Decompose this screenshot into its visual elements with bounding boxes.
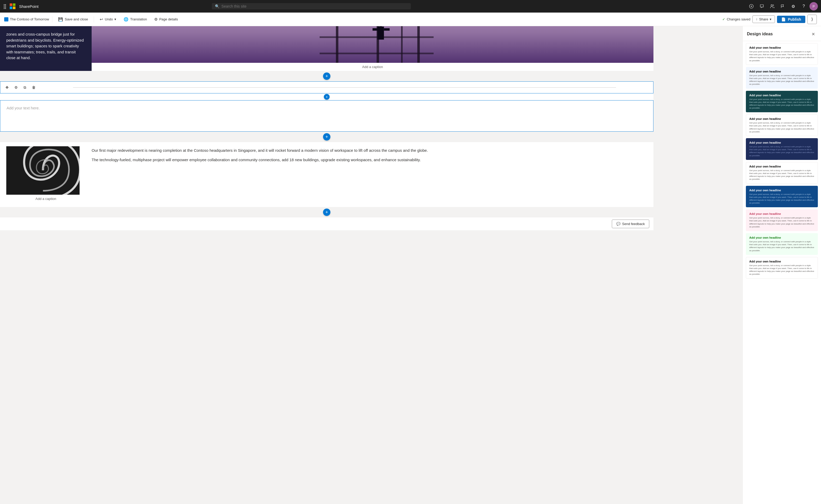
text-placeholder: Add your text here. [7, 106, 410, 110]
svg-rect-9 [377, 27, 384, 40]
search-icon: 🔍 [215, 4, 219, 8]
page-details-icon: ⚙ [154, 17, 158, 22]
add-section-2: + [0, 132, 410, 142]
text-section[interactable]: Add your text here. [0, 100, 410, 132]
svg-rect-7 [320, 53, 410, 54]
waffle-icon[interactable]: ⣿ [3, 3, 7, 9]
lower-paragraph-1: Our first major redevelopment is nearing… [92, 147, 410, 154]
add-inner-section-button[interactable]: + [324, 94, 329, 100]
top-image-caption[interactable]: Add a caption [92, 63, 410, 71]
undo-button[interactable]: ↩ Undo ▾ [97, 15, 119, 23]
search-input[interactable] [221, 4, 407, 8]
toolbar-separator-1 [52, 16, 52, 23]
svg-rect-2 [92, 26, 410, 63]
add-section-button-2[interactable]: + [323, 133, 330, 141]
app-title: SharePoint [19, 4, 38, 9]
undo-label: Undo [105, 17, 113, 21]
section-controls: ✥ ⚙ ⧉ 🗑 [0, 81, 410, 93]
lower-image-caption[interactable]: Add a caption [6, 195, 85, 203]
svg-rect-3 [336, 26, 338, 63]
top-paragraph: zones and cross-campus bridge just for p… [6, 31, 85, 61]
divider-line [73, 87, 410, 88]
page-editor[interactable]: zones and cross-campus bridge just for p… [0, 26, 410, 252]
svg-rect-6 [320, 36, 410, 38]
site-indicator: The Contoso of Tomorrow [4, 17, 49, 21]
site-name: The Contoso of Tomorrow [10, 17, 49, 21]
save-close-button[interactable]: 💾 Save and close [55, 15, 91, 23]
save-close-label: Save and close [65, 17, 88, 21]
top-nav-bar: ⣿ SharePoint 🔍 ⚙ ? P [0, 0, 410, 13]
site-dot [4, 17, 8, 21]
settings-section-button[interactable]: ⚙ [12, 84, 20, 91]
add-section-1: + [0, 71, 410, 81]
translation-label: Translation [130, 17, 147, 21]
ms-logo-green [13, 3, 15, 6]
top-text-area: zones and cross-campus bridge just for p… [0, 26, 92, 71]
page-details-label: Page details [159, 17, 178, 21]
top-image-area: Add a caption [92, 26, 410, 71]
svg-rect-11 [384, 28, 390, 31]
ms-logo-red [10, 3, 12, 6]
undo-icon: ↩ [100, 17, 103, 22]
toolbar: The Contoso of Tomorrow 💾 Save and close… [0, 13, 410, 26]
lower-caption-text: Add a caption [35, 197, 56, 201]
toolbar-separator-2 [94, 16, 94, 23]
lower-text-col: Our first major redevelopment is nearing… [92, 142, 410, 207]
search-box[interactable]: 🔍 [212, 3, 410, 9]
lower-image-col: Add a caption [0, 142, 92, 207]
ms-logo-blue [10, 7, 12, 9]
ms-logo-yellow [13, 7, 15, 9]
save-icon: 💾 [58, 17, 63, 22]
lower-section: Add a caption Our first major redevelopm… [0, 142, 410, 207]
translation-button[interactable]: 🌐 Translation [121, 15, 149, 23]
divider-section: ✥ ⚙ ⧉ 🗑 + [0, 81, 410, 100]
top-section: zones and cross-campus bridge just for p… [0, 26, 410, 71]
send-feedback-bar: 💬 Send feedback [0, 217, 410, 230]
lower-paragraph-2: The technology-fueled, multiphase projec… [92, 157, 410, 163]
move-button[interactable]: ✥ [3, 84, 11, 91]
translation-icon: 🌐 [124, 17, 128, 22]
main-area: zones and cross-campus bridge just for p… [0, 26, 410, 252]
construction-image [92, 26, 410, 63]
undo-chevron[interactable]: ▾ [114, 17, 116, 21]
microsoft-logo [10, 3, 15, 9]
delete-button[interactable]: 🗑 [30, 84, 37, 91]
spiral-image [6, 146, 80, 195]
add-section-button-3[interactable]: + [323, 209, 330, 216]
svg-rect-10 [372, 28, 378, 31]
add-section-button-1[interactable]: + [323, 72, 330, 80]
top-caption-text: Add a caption [362, 65, 383, 69]
svg-rect-12 [401, 26, 402, 63]
duplicate-button[interactable]: ⧉ [21, 84, 29, 91]
construction-svg [92, 26, 410, 63]
spiral-svg [6, 146, 80, 195]
page-details-button[interactable]: ⚙ Page details [152, 15, 181, 23]
add-section-3: + [0, 207, 410, 217]
